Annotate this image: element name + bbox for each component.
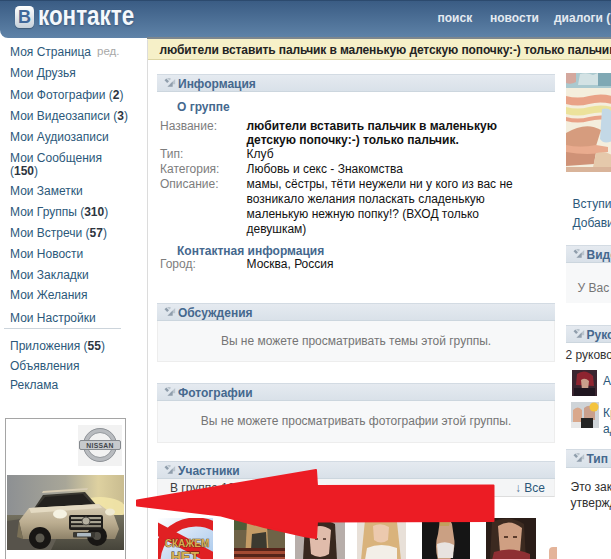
svg-text:NISSAN: NISSAN	[86, 442, 113, 449]
svg-text:НЕТ: НЕТ	[171, 549, 199, 559]
svg-text:СКАЖЕМ: СКАЖЕМ	[165, 537, 210, 548]
